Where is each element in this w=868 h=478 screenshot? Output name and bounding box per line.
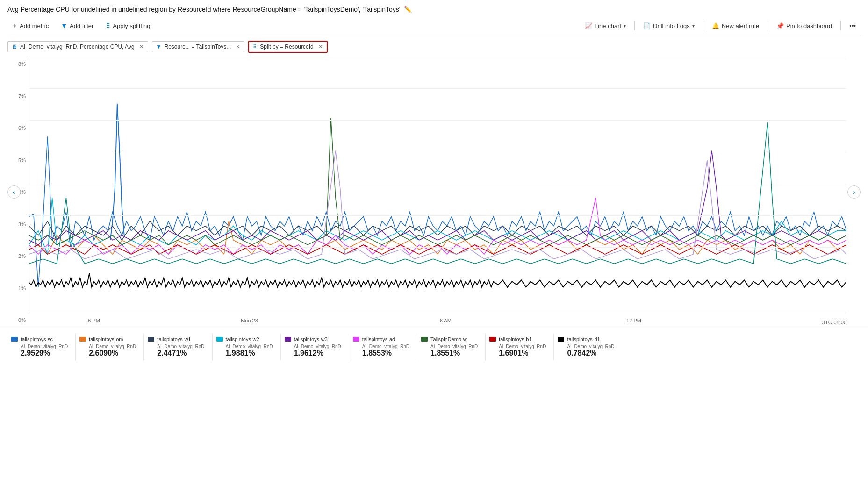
chart-nav-left[interactable]: ‹ — [7, 185, 21, 199]
grid-line-8 — [29, 57, 846, 57]
legend-item-4[interactable]: tailspintoys-w3 AI_Demo_vitalyg_RnD 1.96… — [281, 334, 349, 360]
toolbar-divider — [634, 21, 635, 30]
x-label-6pm: 6 PM — [88, 318, 100, 323]
legend-value-1: 2.6090% — [89, 349, 136, 357]
legend-item-6[interactable]: TailspinDemo-w AI_Demo_vitalyg_RnD 1.855… — [417, 334, 486, 360]
legend-value-3: 1.9881% — [226, 349, 273, 357]
legend-value-5: 1.8553% — [362, 349, 409, 357]
grid-line-4 — [29, 184, 846, 184]
legend-item-7[interactable]: tailspintoys-b1 AI_Demo_vitalyg_RnD 1.69… — [486, 334, 554, 360]
legend-item-2[interactable]: tailspintoys-w1 AI_Demo_vitalyg_RnD 2.44… — [144, 334, 212, 360]
add-metric-button[interactable]: ✦ Add metric — [7, 20, 53, 32]
legend-sub-0: AI_Demo_vitalyg_RnD — [21, 344, 68, 349]
split-tag-remove[interactable]: ✕ — [318, 43, 323, 50]
metric-tag-icon: 🖥 — [12, 43, 17, 50]
legend-name-5: tailspintoys-ad — [362, 336, 395, 342]
filter-tag-label: Resourc... = TailspinToys... — [164, 43, 231, 50]
toolbar-divider2 — [703, 21, 703, 30]
legend-item-1[interactable]: tailspintoys-om AI_Demo_vitalyg_RnD 2.60… — [76, 334, 144, 360]
split-tag[interactable]: ⠿ Split by = ResourceId ✕ — [248, 41, 327, 53]
drill-logs-icon: 📄 — [643, 22, 651, 29]
more-options-button[interactable]: ••• — [845, 20, 861, 32]
chart-nav-right[interactable]: › — [847, 185, 861, 199]
filter-tag-remove[interactable]: ✕ — [236, 43, 240, 50]
grid-line-6 — [29, 120, 846, 121]
legend-sub-2: AI_Demo_vitalyg_RnD — [157, 344, 204, 349]
page-title: Avg Percentage CPU for undefined in unde… — [7, 6, 400, 13]
y-label-7: 7% — [7, 93, 29, 99]
toolbar-divider3 — [768, 21, 768, 30]
x-label-6am: 6 AM — [440, 318, 452, 323]
line-chart-button[interactable]: 📈 Line chart ▾ — [580, 20, 631, 32]
y-label-8: 8% — [7, 61, 29, 67]
y-label-2: 2% — [7, 253, 29, 259]
legend-name-2: tailspintoys-w1 — [157, 336, 191, 342]
legend-sub-7: AI_Demo_vitalyg_RnD — [499, 344, 546, 349]
drill-into-logs-button[interactable]: 📄 Drill into Logs ▾ — [638, 20, 699, 32]
filter-icon: ▼ — [61, 22, 67, 29]
legend-color-8 — [558, 337, 564, 342]
pin-icon: 📌 — [776, 22, 784, 29]
x-label-12pm: 12 PM — [626, 318, 641, 323]
legend-value-2: 2.4471% — [157, 349, 204, 357]
filter-tag[interactable]: ▼ Resourc... = TailspinToys... ✕ — [152, 41, 245, 52]
split-tag-icon: ⠿ — [253, 43, 257, 50]
legend-color-5 — [353, 337, 359, 342]
legend-value-0: 2.9529% — [21, 349, 68, 357]
legend-name-3: tailspintoys-w2 — [226, 336, 259, 342]
y-label-0: 0% — [7, 317, 29, 323]
legend-name-6: TailspinDemo-w — [430, 336, 467, 342]
pin-to-dashboard-button[interactable]: 📌 Pin to dashboard — [772, 20, 837, 32]
new-alert-rule-button[interactable]: 🔔 New alert rule — [707, 20, 764, 32]
y-label-3: 3% — [7, 221, 29, 227]
toolbar-right: 📈 Line chart ▾ 📄 Drill into Logs ▾ 🔔 New… — [580, 20, 861, 32]
legend-sub-8: AI_Demo_vitalyg_RnD — [567, 344, 614, 349]
chart-area: ‹ 8% 7% 6% 5% 4% 3% 2% 1% 0% — [0, 57, 868, 328]
metric-tag-label: AI_Demo_vitalyg_RnD, Percentage CPU, Avg — [20, 43, 135, 50]
grid-line-5 — [29, 152, 846, 152]
split-icon: ⠿ — [106, 22, 110, 29]
y-label-6: 6% — [7, 125, 29, 131]
alert-icon: 🔔 — [712, 22, 719, 29]
legend-value-4: 1.9612% — [294, 349, 341, 357]
grid-line-2 — [29, 247, 846, 248]
edit-icon[interactable]: ✏️ — [404, 6, 412, 13]
y-label-1: 1% — [7, 285, 29, 291]
legend-item-8[interactable]: tailspintoys-d1 AI_Demo_vitalyg_RnD 0.78… — [554, 334, 622, 360]
legend-name-8: tailspintoys-d1 — [567, 336, 600, 342]
legend-value-7: 1.6901% — [499, 349, 546, 357]
x-axis: 6 PM Mon 23 6 AM 12 PM — [29, 314, 846, 328]
y-label-5: 5% — [7, 157, 29, 163]
legend-name-1: tailspintoys-om — [89, 336, 123, 342]
x-label-mon23: Mon 23 — [241, 318, 258, 323]
add-filter-button[interactable]: ▼ Add filter — [56, 20, 98, 32]
legend-sub-6: AI_Demo_vitalyg_RnD — [430, 344, 478, 349]
metric-tag-remove[interactable]: ✕ — [139, 43, 144, 50]
legend-color-0 — [11, 337, 18, 342]
legend-item-0[interactable]: tailspintoys-sc AI_Demo_vitalyg_RnD 2.95… — [7, 334, 76, 360]
more-options-icon: ••• — [849, 22, 856, 29]
metric-tag[interactable]: 🖥 AI_Demo_vitalyg_RnD, Percentage CPU, A… — [7, 41, 148, 52]
timezone-label: UTC-08:00 — [821, 320, 846, 325]
filter-tag-icon: ▼ — [156, 43, 162, 50]
chart-container: ‹ 8% 7% 6% 5% 4% 3% 2% 1% 0% — [7, 57, 861, 328]
grid-line-7 — [29, 88, 846, 89]
drill-logs-chevron: ▾ — [692, 23, 695, 29]
legend-name-4: tailspintoys-w3 — [294, 336, 328, 342]
grid-line-1 — [29, 279, 846, 279]
apply-splitting-button[interactable]: ⠿ Apply splitting — [101, 20, 155, 32]
add-metric-icon: ✦ — [12, 22, 17, 29]
legend-name-0: tailspintoys-sc — [21, 336, 53, 342]
legend-sub-1: AI_Demo_vitalyg_RnD — [89, 344, 136, 349]
title-row: Avg Percentage CPU for undefined in unde… — [7, 6, 861, 13]
legend-color-4 — [285, 337, 291, 342]
legend-item-3[interactable]: tailspintoys-w2 AI_Demo_vitalyg_RnD 1.98… — [213, 334, 281, 360]
tags-row: 🖥 AI_Demo_vitalyg_RnD, Percentage CPU, A… — [7, 36, 861, 57]
legend-sub-5: AI_Demo_vitalyg_RnD — [362, 344, 409, 349]
legend-sub-3: AI_Demo_vitalyg_RnD — [226, 344, 273, 349]
toolbar-left: ✦ Add metric ▼ Add filter ⠿ Apply splitt… — [7, 20, 155, 32]
line-chart-icon: 📈 — [585, 22, 592, 29]
chart-plot — [29, 57, 846, 311]
toolbar: ✦ Add metric ▼ Add filter ⠿ Apply splitt… — [7, 18, 861, 36]
legend-item-5[interactable]: tailspintoys-ad AI_Demo_vitalyg_RnD 1.85… — [349, 334, 417, 360]
